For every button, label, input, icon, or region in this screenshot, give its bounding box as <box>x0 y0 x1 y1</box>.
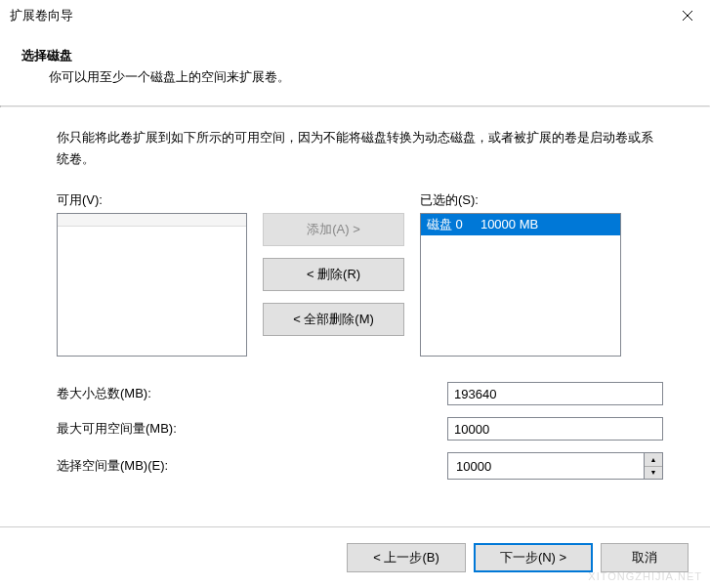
add-button: 添加(A) > <box>263 213 404 246</box>
close-button[interactable] <box>665 0 710 31</box>
available-label: 可用(V): <box>57 191 247 209</box>
spin-up-button[interactable]: ▲ <box>645 453 662 467</box>
fields: 卷大小总数(MB): 193640 最大可用空间量(MB): 10000 选择空… <box>57 382 663 480</box>
cancel-button[interactable]: 取消 <box>601 543 689 572</box>
spin-down-button[interactable]: ▼ <box>645 467 662 480</box>
select-space-row: 选择空间量(MB)(E): ▲ ▼ <box>57 452 663 480</box>
close-icon <box>682 10 693 21</box>
list-item[interactable]: 磁盘 0 10000 MB <box>421 214 620 235</box>
selected-listbox[interactable]: 磁盘 0 10000 MB <box>420 213 621 357</box>
available-listbox[interactable] <box>57 213 247 357</box>
select-space-input[interactable] <box>447 452 644 480</box>
transfer-buttons: 添加(A) > < 删除(R) < 全部删除(M) <box>263 191 404 357</box>
remove-button[interactable]: < 删除(R) <box>263 258 404 291</box>
selected-label: 已选的(S): <box>420 191 621 209</box>
page-subtitle: 你可以用至少一个磁盘上的空间来扩展卷。 <box>21 68 689 86</box>
next-button[interactable]: 下一步(N) > <box>474 543 593 572</box>
max-avail-label: 最大可用空间量(MB): <box>57 420 447 438</box>
page-title: 选择磁盘 <box>21 47 689 64</box>
total-size-row: 卷大小总数(MB): 193640 <box>57 382 663 405</box>
available-column: 可用(V): <box>57 191 247 357</box>
total-size-value: 193640 <box>447 382 663 405</box>
titlebar: 扩展卷向导 <box>0 0 710 31</box>
description-text: 你只能将此卷扩展到如下所示的可用空间，因为不能将磁盘转换为动态磁盘，或者被扩展的… <box>57 127 663 170</box>
header: 选择磁盘 你可以用至少一个磁盘上的空间来扩展卷。 <box>0 31 710 105</box>
selected-column: 已选的(S): 磁盘 0 10000 MB <box>420 191 621 357</box>
max-avail-row: 最大可用空间量(MB): 10000 <box>57 417 663 441</box>
back-button[interactable]: < 上一步(B) <box>347 543 466 572</box>
content: 你只能将此卷扩展到如下所示的可用空间，因为不能将磁盘转换为动态磁盘，或者被扩展的… <box>0 107 710 499</box>
max-avail-value: 10000 <box>447 417 663 441</box>
window-title: 扩展卷向导 <box>10 7 73 24</box>
spin-buttons: ▲ ▼ <box>644 452 663 480</box>
select-space-spinner: ▲ ▼ <box>447 452 663 480</box>
footer: < 上一步(B) 下一步(N) > 取消 <box>0 526 710 588</box>
remove-all-button[interactable]: < 全部删除(M) <box>263 303 404 336</box>
disk-selector: 可用(V): 添加(A) > < 删除(R) < 全部删除(M) 已选的(S):… <box>57 191 663 357</box>
select-space-label: 选择空间量(MB)(E): <box>57 457 447 475</box>
total-size-label: 卷大小总数(MB): <box>57 385 447 402</box>
